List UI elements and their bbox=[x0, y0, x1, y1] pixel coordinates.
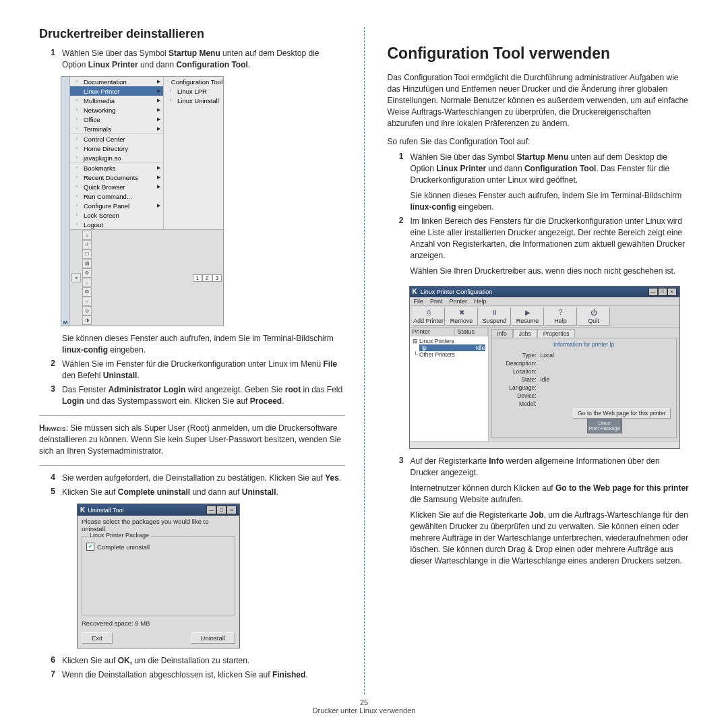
taskbar-icon[interactable]: ↺ bbox=[82, 240, 92, 249]
menu-item[interactable]: ▫Bookmarks▶ bbox=[70, 163, 163, 173]
taskbar-icon[interactable]: ◎ bbox=[82, 306, 92, 315]
chevron-right-icon: ▶ bbox=[157, 79, 160, 84]
lpc-info-row: Description: bbox=[496, 360, 672, 367]
taskbar-icon[interactable]: ≡ bbox=[82, 231, 92, 240]
lpc-info-row: Location: bbox=[496, 368, 672, 375]
menu-item[interactable]: ▫Lock Screen bbox=[70, 210, 163, 220]
maximize-icon[interactable]: □ bbox=[658, 288, 667, 296]
step-number: 1 bbox=[39, 48, 62, 71]
note-text: Sie müssen sich als Super User (Root) an… bbox=[39, 423, 341, 456]
menu-item[interactable]: ▫Linux Uninstall bbox=[164, 96, 223, 105]
toolbar-button[interactable]: ⏻Quit bbox=[578, 307, 610, 326]
menu-item[interactable]: ▫Linux Printer▶ bbox=[70, 86, 163, 96]
page-number: 25 bbox=[39, 698, 689, 706]
uninstall-button[interactable]: Uninstall bbox=[191, 632, 235, 644]
right-intro: Das Configuration Tool ermöglicht die Du… bbox=[388, 72, 690, 129]
taskbar-icon[interactable]: ⌂ bbox=[82, 278, 92, 287]
taskbar-icon[interactable]: ✪ bbox=[82, 287, 92, 297]
toolbar-icon: ⏸ bbox=[479, 309, 510, 317]
uninstall-window-title: Uninstall Tool bbox=[88, 507, 123, 514]
go-to-web-button[interactable]: Go to the Web page for this printer bbox=[573, 408, 670, 419]
exit-button[interactable]: Exit bbox=[82, 632, 113, 644]
lpc-tab-body: Information for printer lp Type:LocalDes… bbox=[491, 338, 677, 438]
chevron-right-icon: ▶ bbox=[157, 165, 160, 171]
menu-item[interactable]: ▫Logout bbox=[70, 220, 163, 229]
menubar-item[interactable]: Print bbox=[430, 298, 443, 305]
kde-k-icon: K bbox=[80, 506, 85, 514]
taskbar-icons: ≡↺☐▤✿⌂✪⌂◎◑ bbox=[82, 231, 92, 325]
menu-item-icon: ▫ bbox=[73, 88, 81, 94]
menu-item[interactable]: ▫Office▶ bbox=[70, 115, 163, 124]
lpc-menubar[interactable]: FilePrintPrinterHelp bbox=[410, 297, 679, 306]
toolbar-button[interactable]: ✖Remove bbox=[446, 307, 478, 326]
tab-properties[interactable]: Properties bbox=[537, 329, 576, 338]
uninstall-checkbox-row[interactable]: ✔ Complete uninstall bbox=[86, 543, 231, 551]
menu-item-icon: ▫ bbox=[73, 125, 81, 132]
chevron-right-icon: ▶ bbox=[157, 117, 160, 122]
maximize-icon[interactable]: □ bbox=[216, 506, 226, 514]
uninstall-legend: Linux Printer Package bbox=[88, 532, 151, 539]
menu-item[interactable]: ▫Home Directory bbox=[70, 144, 163, 153]
menubar-item[interactable]: Help bbox=[474, 298, 487, 305]
menu-column-primary: ▫Documentation▶▫Linux Printer▶▫Multimedi… bbox=[70, 77, 164, 229]
menu-item[interactable]: ▫Configuration Tool bbox=[164, 77, 223, 86]
taskbar-icon[interactable]: ✿ bbox=[82, 268, 92, 278]
toolbar-button[interactable]: ▶Resume bbox=[512, 307, 544, 326]
left-step-5: 5 Klicken Sie auf Complete uninstall und… bbox=[39, 487, 345, 498]
toolbar-button[interactable]: ⏸Suspend bbox=[479, 307, 511, 326]
menu-item[interactable]: ▫Documentation▶ bbox=[70, 77, 163, 86]
left-step-2: 2 Wählen Sie im Fenster für die Druckerk… bbox=[39, 359, 345, 382]
menu-item[interactable]: ▫Configure Panel▶ bbox=[70, 201, 163, 210]
menu-item[interactable]: ▫Recent Documents▶ bbox=[70, 173, 163, 182]
minimize-icon[interactable]: — bbox=[648, 288, 658, 296]
right-step-2: 2 Im linken Bereich des Fensters für die… bbox=[388, 216, 690, 277]
menu-item[interactable]: ▫Run Command... bbox=[70, 191, 163, 201]
taskbar-icon[interactable]: ◑ bbox=[82, 315, 92, 325]
left-step1-afternote: Sie können dieses Fenster auch aufrufen,… bbox=[39, 333, 345, 356]
taskbar-icon[interactable]: ☐ bbox=[82, 249, 92, 259]
tab-jobs[interactable]: Jobs bbox=[513, 329, 537, 338]
taskbar-desktop-button[interactable]: 2 bbox=[202, 274, 212, 282]
chevron-right-icon: ▶ bbox=[157, 203, 160, 208]
taskbar-icon[interactable]: ▤ bbox=[82, 259, 92, 268]
toolbar-button[interactable]: ?Help bbox=[545, 307, 577, 326]
lpc-tabs[interactable]: Info Jobs Properties bbox=[489, 328, 679, 338]
menu-item-icon: ▫ bbox=[73, 193, 81, 200]
left-step-1: 1 Wählen Sie über das Symbol Startup Men… bbox=[39, 48, 345, 71]
menu-item-icon: ▫ bbox=[73, 97, 81, 104]
menu-item[interactable]: ▫Linux LPR bbox=[164, 86, 223, 96]
chevron-right-icon: ▶ bbox=[157, 88, 160, 94]
menu-item[interactable]: ▫Multimedia▶ bbox=[70, 96, 163, 105]
lpc-info-row: State:Idle bbox=[496, 376, 672, 383]
menu-item[interactable]: ▫Networking▶ bbox=[70, 105, 163, 115]
menu-item-icon: ▫ bbox=[73, 164, 81, 171]
taskbar-icon[interactable]: ⌂ bbox=[82, 297, 92, 306]
taskbar-desktops: 123 bbox=[193, 274, 222, 282]
taskbar-desktop-button[interactable]: 3 bbox=[212, 274, 222, 282]
taskbar-desktop-button[interactable]: 1 bbox=[193, 274, 202, 282]
close-icon[interactable]: × bbox=[667, 288, 677, 296]
menu-item[interactable]: ▫Quick Browser▶ bbox=[70, 182, 163, 191]
checkbox-checked-icon[interactable]: ✔ bbox=[86, 543, 94, 551]
menu-column-submenu: ▫Configuration Tool▫Linux LPR▫Linux Unin… bbox=[164, 77, 223, 229]
menu-side-letter: M bbox=[61, 77, 70, 326]
lpc-info-row: Model: bbox=[496, 400, 672, 407]
minimize-icon[interactable]: — bbox=[206, 506, 216, 514]
menu-item[interactable]: ▫Terminals▶ bbox=[70, 124, 163, 133]
menu-item-icon: ▫ bbox=[73, 202, 81, 209]
lpc-printer-tree[interactable]: ⊟ Linux Printers lp Idle └ Other Printer… bbox=[410, 336, 488, 441]
kde-k-icon: K bbox=[413, 288, 417, 295]
figure-uninstall-tool: K Uninstall Tool — □ × Please select the… bbox=[77, 504, 240, 648]
menubar-item[interactable]: Printer bbox=[450, 298, 468, 305]
right-lead: So rufen Sie das Configuration Tool auf: bbox=[388, 136, 690, 148]
right-step-3: 3 Auf der Registerkarte Info werden allg… bbox=[388, 456, 690, 567]
figure-startup-menu: M ▫Documentation▶▫Linux Printer▶▫Multime… bbox=[61, 76, 224, 326]
toolbar-button[interactable]: ⎙Add Printer bbox=[413, 307, 445, 326]
close-icon[interactable]: × bbox=[226, 506, 237, 514]
lpc-toolbar[interactable]: ⎙Add Printer✖Remove⏸Suspend▶Resume?Help⏻… bbox=[410, 306, 679, 328]
tab-info[interactable]: Info bbox=[491, 329, 513, 338]
menu-item[interactable]: ▫Control Center bbox=[70, 134, 163, 144]
lpc-window-title: Linux Printer Configuration bbox=[421, 289, 493, 295]
menu-item[interactable]: ▫javaplugin.so bbox=[70, 153, 163, 162]
menubar-item[interactable]: File bbox=[414, 298, 424, 305]
